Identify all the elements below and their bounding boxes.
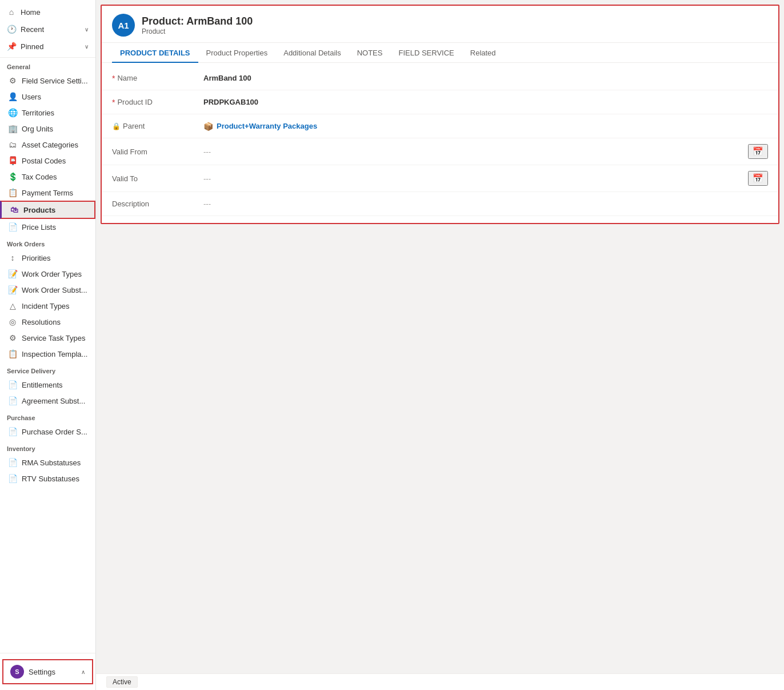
- settings-item[interactable]: S Settings ∧: [2, 659, 93, 684]
- sidebar-item-label: Price Lists: [22, 223, 56, 232]
- tab-notes[interactable]: NOTES: [349, 43, 391, 63]
- sidebar-item-label: Territories: [22, 109, 54, 117]
- settings-avatar: S: [10, 665, 24, 679]
- tax-icon: 💲: [8, 172, 17, 181]
- workorder-icon: 📝: [8, 269, 17, 278]
- field-label-valid-to: Valid To: [112, 174, 203, 183]
- main-content: A1 Product: ArmBand 100 Product PRODUCT …: [96, 0, 784, 690]
- top-nav: ⌂ Home 🕐 Recent ∨ 📌 Pinned ∨: [0, 0, 95, 58]
- tab-product-details[interactable]: PRODUCT DETAILS: [112, 43, 198, 63]
- agreement-icon: 📄: [8, 396, 17, 405]
- nav-home[interactable]: ⌂ Home: [0, 3, 95, 21]
- field-label-description: Description: [112, 200, 203, 208]
- product-icon: 🛍: [10, 205, 19, 214]
- sidebar-item-label: Tax Codes: [22, 173, 57, 181]
- field-label-parent: 🔒 Parent: [112, 122, 203, 130]
- workorder-sub-icon: 📝: [8, 285, 17, 294]
- product-subtitle: Product: [142, 27, 253, 35]
- product-form: * Name ArmBand 100 * Product ID PRDPKGAB…: [102, 63, 778, 223]
- sidebar: ⌂ Home 🕐 Recent ∨ 📌 Pinned ∨ General ⚙ F…: [0, 0, 96, 690]
- field-value-valid-to: ---: [203, 174, 748, 183]
- field-label-name: * Name: [112, 74, 203, 83]
- priority-icon: ↕: [8, 253, 17, 262]
- nav-pinned-label: Pinned: [21, 42, 43, 51]
- sidebar-item-rtv-substatuses[interactable]: 📄 RTV Substatuses: [0, 470, 95, 486]
- nav-pinned[interactable]: 📌 Pinned ∨: [0, 38, 95, 55]
- chevron-down-icon: ∨: [85, 26, 89, 33]
- sidebar-item-label: Priorities: [22, 254, 51, 262]
- sidebar-item-label: Inspection Templa...: [22, 350, 87, 358]
- sidebar-item-label: Payment Terms: [22, 189, 73, 197]
- calendar-button-valid-from[interactable]: 📅: [748, 144, 768, 159]
- form-row-description: Description ---: [102, 192, 778, 216]
- sidebar-item-service-task-types[interactable]: ⚙ Service Task Types: [0, 330, 95, 346]
- postal-icon: 📮: [8, 156, 17, 165]
- sidebar-scroll: General ⚙ Field Service Setti... 👤 Users…: [0, 58, 95, 653]
- recent-icon: 🕐: [7, 25, 16, 34]
- product-title-group: Product: ArmBand 100 Product: [142, 15, 253, 35]
- sidebar-item-agreement-substatuses[interactable]: 📄 Agreement Subst...: [0, 393, 95, 409]
- calendar-button-valid-to[interactable]: 📅: [748, 171, 768, 186]
- product-avatar: A1: [112, 14, 135, 37]
- sidebar-item-label: Postal Codes: [22, 157, 66, 165]
- tab-field-service[interactable]: FIELD SERVICE: [390, 43, 462, 63]
- product-header: A1 Product: ArmBand 100 Product: [102, 6, 778, 43]
- field-value-valid-from: ---: [203, 147, 748, 156]
- product-link-icon: 📦: [203, 122, 213, 131]
- sidebar-item-incident-types[interactable]: △ Incident Types: [0, 298, 95, 314]
- tab-product-properties[interactable]: Product Properties: [198, 43, 276, 63]
- nav-recent-label: Recent: [21, 25, 44, 34]
- sidebar-item-label: Users: [22, 93, 41, 101]
- section-inventory-label: Inventory: [0, 440, 95, 454]
- rma-icon: 📄: [8, 458, 17, 467]
- sidebar-item-inspection-templates[interactable]: 📋 Inspection Templa...: [0, 346, 95, 362]
- pricelist-icon: 📄: [8, 222, 17, 232]
- home-icon: ⌂: [7, 7, 16, 17]
- purchase-icon: 📄: [8, 427, 17, 436]
- chevron-down-icon: ∨: [85, 43, 89, 50]
- sidebar-item-work-order-substatuses[interactable]: 📝 Work Order Subst...: [0, 282, 95, 298]
- product-panel: A1 Product: ArmBand 100 Product PRODUCT …: [101, 5, 779, 224]
- sidebar-item-work-order-types[interactable]: 📝 Work Order Types: [0, 266, 95, 282]
- section-general-label: General: [0, 58, 95, 73]
- product-tabs: PRODUCT DETAILS Product Properties Addit…: [102, 43, 778, 63]
- sidebar-item-label: Resolutions: [22, 318, 61, 326]
- entitlement-icon: 📄: [8, 380, 17, 389]
- sidebar-item-label: RMA Substatuses: [22, 458, 81, 467]
- sidebar-item-priorities[interactable]: ↕ Priorities: [0, 250, 95, 266]
- status-badge: Active: [106, 676, 138, 688]
- content-area: A1 Product: ArmBand 100 Product PRODUCT …: [96, 0, 784, 673]
- form-row-parent: 🔒 Parent 📦 Product+Warranty Packages: [102, 114, 778, 138]
- sidebar-item-label: Field Service Setti...: [22, 77, 88, 85]
- incident-icon: △: [8, 301, 17, 310]
- sidebar-item-label: Entitlements: [22, 381, 63, 389]
- tab-related[interactable]: Related: [462, 43, 504, 63]
- sidebar-item-entitlements[interactable]: 📄 Entitlements: [0, 377, 95, 393]
- sidebar-item-field-service-settings[interactable]: ⚙ Field Service Setti...: [0, 73, 95, 89]
- required-indicator: *: [112, 74, 115, 83]
- resolution-icon: ◎: [8, 317, 17, 326]
- sidebar-item-tax-codes[interactable]: 💲 Tax Codes: [0, 169, 95, 185]
- tab-additional-details[interactable]: Additional Details: [275, 43, 349, 63]
- sidebar-item-label: Products: [23, 206, 55, 214]
- sidebar-item-purchase-order-substatuses[interactable]: 📄 Purchase Order S...: [0, 424, 95, 440]
- sidebar-item-org-units[interactable]: 🏢 Org Units: [0, 121, 95, 137]
- user-icon: 👤: [8, 92, 17, 101]
- sidebar-item-territories[interactable]: 🌐 Territories: [0, 105, 95, 121]
- sidebar-item-asset-categories[interactable]: 🗂 Asset Categories: [0, 137, 95, 153]
- nav-recent[interactable]: 🕐 Recent ∨: [0, 21, 95, 38]
- sidebar-item-resolutions[interactable]: ◎ Resolutions: [0, 314, 95, 330]
- pin-icon: 📌: [7, 42, 16, 51]
- form-row-valid-from: Valid From --- 📅: [102, 138, 778, 165]
- required-indicator: *: [112, 98, 115, 107]
- section-purchase-label: Purchase: [0, 409, 95, 424]
- field-label-valid-from: Valid From: [112, 147, 203, 156]
- field-value-parent[interactable]: 📦 Product+Warranty Packages: [203, 122, 768, 131]
- sidebar-item-products[interactable]: 🛍 Products: [0, 201, 95, 219]
- sidebar-item-users[interactable]: 👤 Users: [0, 89, 95, 105]
- sidebar-item-label: Asset Categories: [22, 141, 78, 149]
- sidebar-item-payment-terms[interactable]: 📋 Payment Terms: [0, 185, 95, 201]
- sidebar-item-postal-codes[interactable]: 📮 Postal Codes: [0, 153, 95, 169]
- sidebar-item-rma-substatuses[interactable]: 📄 RMA Substatuses: [0, 454, 95, 470]
- sidebar-item-price-lists[interactable]: 📄 Price Lists: [0, 219, 95, 235]
